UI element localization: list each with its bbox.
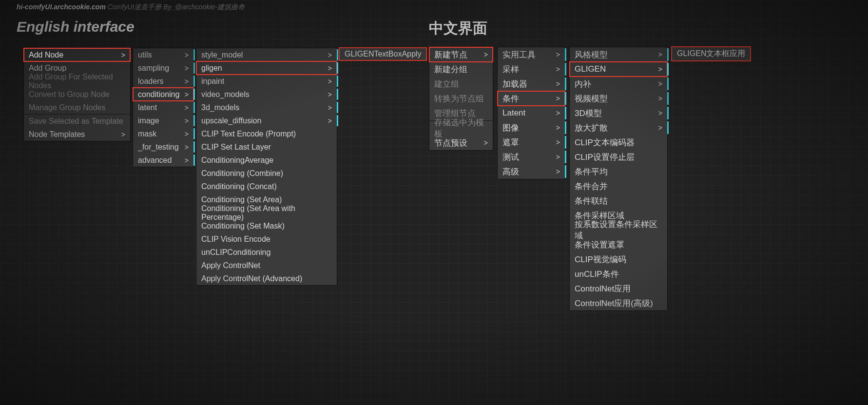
menu-item[interactable]: latent> (133, 101, 193, 114)
menu-item[interactable]: ControlNet应用 (570, 281, 667, 296)
context-menu-cn-1[interactable]: 新建节点>新建分组建立组转换为节点组管理组节点存储选中为模板节点预设> (429, 47, 493, 151)
menu-item[interactable]: Add Group For Selected Nodes (24, 75, 130, 88)
submenu-indicator (193, 128, 195, 139)
menu-item[interactable]: sampling> (133, 61, 193, 75)
menu-item[interactable]: 按系数设置条件采样区域 (570, 223, 667, 237)
menu-item[interactable]: conditioning> (133, 88, 193, 101)
menu-item-label: Conditioning (Concat) (201, 182, 277, 191)
menu-item[interactable]: Convert to Group Node (24, 88, 130, 101)
menu-item[interactable]: 图像> (498, 120, 565, 135)
menu-item[interactable]: Apply ControlNet (196, 259, 337, 272)
menu-item-label: Add Group (29, 64, 66, 73)
submenu-indicator (565, 77, 566, 90)
menu-item[interactable]: style_model> (196, 48, 337, 61)
menu-item[interactable]: 条件联结 (570, 193, 667, 208)
menu-item[interactable]: 新建节点> (429, 47, 493, 62)
menu-item[interactable]: 放大扩散> (570, 120, 667, 135)
menu-item[interactable]: Save Selected as Template (24, 115, 130, 128)
menu-item[interactable]: ControlNet应用(高级) (570, 296, 667, 310)
context-menu-en-2[interactable]: utils>sampling>loaders>conditioning>late… (133, 48, 194, 167)
menu-item[interactable]: Manage Group Nodes (24, 101, 130, 114)
menu-item[interactable]: Latent> (498, 106, 565, 120)
menu-item[interactable]: 新建分组 (429, 62, 493, 77)
submenu-indicator (337, 89, 338, 100)
menu-item[interactable]: Node Templates> (24, 128, 130, 141)
menu-item[interactable]: Apply ControlNet (Advanced) (196, 272, 337, 285)
result-node-cn[interactable]: GLIGEN文本框应用 (672, 47, 751, 61)
site-url: hi-comfyUI.archcookie.com (17, 3, 106, 11)
submenu-indicator (337, 102, 338, 113)
menu-item[interactable]: mask> (133, 127, 193, 140)
submenu-indicator (193, 89, 195, 100)
submenu-indicator (337, 115, 338, 126)
submenu-indicator (193, 62, 195, 74)
menu-item[interactable]: 高级> (498, 164, 565, 179)
context-menu-cn-2[interactable]: 实用工具>采样>加载器>条件>Latent>图像>遮罩>测试>高级> (497, 47, 565, 179)
menu-item-label: Conditioning (Combine) (201, 169, 283, 178)
menu-item[interactable]: 条件合并 (570, 179, 667, 193)
menu-item[interactable]: utils> (133, 48, 193, 61)
menu-item-label: CLIP文本编码器 (575, 137, 635, 148)
menu-item[interactable]: Conditioning (Concat) (196, 180, 337, 193)
menu-item[interactable]: Conditioning (Combine) (196, 167, 337, 180)
context-menu-cn-3[interactable]: 风格模型>GLIGEN>内补>视频模型>3D模型>放大扩散>CLIP文本编码器C… (569, 47, 668, 311)
menu-item[interactable]: 存储选中为模板 (429, 121, 493, 135)
chevron-right-icon: > (328, 104, 332, 112)
menu-item[interactable]: 条件> (498, 91, 565, 106)
menu-item[interactable]: gligen> (196, 61, 337, 75)
menu-item[interactable]: CLIP Set Last Layer (196, 140, 337, 154)
menu-item[interactable]: image> (133, 114, 193, 127)
menu-item[interactable]: CLIP文本编码器 (570, 135, 667, 150)
menu-item[interactable]: unCLIP条件 (570, 267, 667, 281)
chevron-right-icon: > (185, 130, 189, 138)
menu-item-label: CLIP Text Encode (Prompt) (201, 130, 296, 138)
menu-item[interactable]: 测试> (498, 150, 565, 164)
menu-item[interactable]: ConditioningAverage (196, 154, 337, 167)
menu-item[interactable]: upscale_diffusion> (196, 114, 337, 127)
result-node-en[interactable]: GLIGENTextBoxApply (339, 48, 426, 60)
chevron-right-icon: > (556, 124, 560, 132)
menu-item[interactable]: 节点预设> (429, 135, 493, 150)
menu-item[interactable]: unCLIPConditioning (196, 246, 337, 259)
menu-item[interactable]: 遮罩> (498, 135, 565, 150)
menu-item-label: ConditioningAverage (201, 156, 273, 165)
menu-item[interactable]: Conditioning (Set Mask) (196, 219, 337, 232)
submenu-indicator (565, 151, 566, 163)
chevron-right-icon: > (328, 117, 332, 125)
menu-item-label: 3d_models (201, 103, 239, 112)
submenu-indicator (667, 121, 669, 134)
menu-item[interactable]: inpaint> (196, 75, 337, 88)
menu-item[interactable]: Conditioning (Set Area with Percentage) (196, 206, 337, 219)
menu-item[interactable]: 建立组 (429, 77, 493, 91)
menu-item[interactable]: 条件设置遮罩 (570, 237, 667, 252)
menu-item[interactable]: 视频模型> (570, 91, 667, 106)
menu-item[interactable]: CLIP Text Encode (Prompt) (196, 127, 337, 140)
menu-item[interactable]: 实用工具> (498, 47, 565, 62)
menu-item[interactable]: _for_testing> (133, 140, 193, 154)
menu-item[interactable]: 3D模型> (570, 106, 667, 120)
menu-item[interactable]: GLIGEN> (570, 62, 667, 77)
menu-item[interactable]: 内补> (570, 77, 667, 91)
menu-item[interactable]: 3d_models> (196, 101, 337, 114)
title-english: English interface (17, 19, 135, 35)
menu-item[interactable]: 风格模型> (570, 47, 667, 62)
context-menu-en-1[interactable]: Add Node>Add GroupAdd Group For Selected… (23, 48, 131, 141)
menu-item[interactable]: video_models> (196, 88, 337, 101)
context-menu-en-3[interactable]: style_model>gligen>inpaint>video_models>… (196, 48, 337, 286)
menu-item[interactable]: 转换为节点组 (429, 91, 493, 106)
menu-item-label: conditioning (138, 90, 179, 99)
menu-item[interactable]: advanced> (133, 154, 193, 167)
menu-item[interactable]: loaders> (133, 75, 193, 88)
menu-item[interactable]: 采样> (498, 62, 565, 77)
menu-item-label: 条件 (502, 93, 519, 104)
menu-item-label: Add Node (29, 51, 63, 59)
menu-item-label: Latent (502, 108, 525, 118)
menu-item[interactable]: 条件平均 (570, 164, 667, 179)
menu-item[interactable]: CLIP视觉编码 (570, 252, 667, 267)
chevron-right-icon: > (556, 138, 560, 146)
menu-item[interactable]: 加载器> (498, 77, 565, 91)
menu-item[interactable]: Add Node> (24, 48, 130, 61)
menu-item[interactable]: CLIP设置停止层 (570, 150, 667, 164)
menu-item[interactable]: CLIP Vision Encode (196, 232, 337, 246)
chevron-right-icon: > (484, 139, 488, 147)
